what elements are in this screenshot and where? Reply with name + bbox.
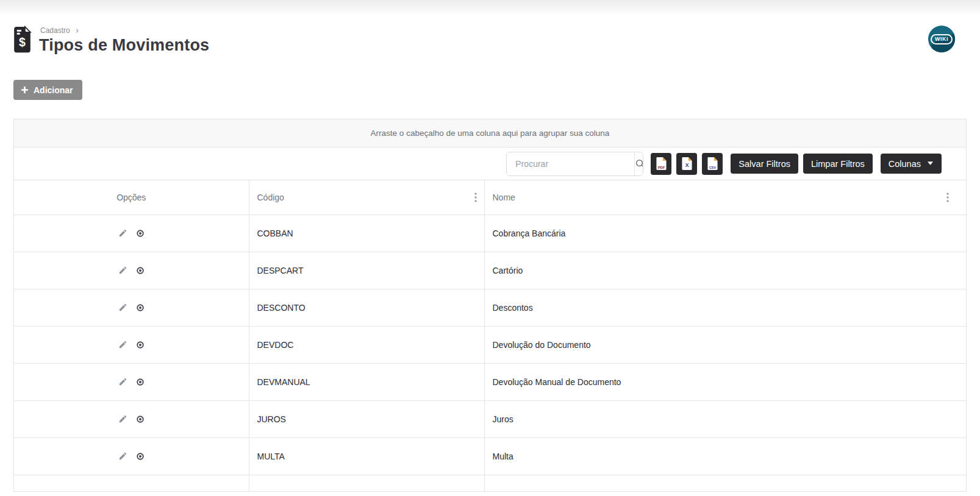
pdf-file-icon: PDF — [656, 157, 667, 171]
search-button[interactable] — [634, 152, 643, 175]
view-eye-icon[interactable] — [136, 378, 145, 386]
edit-pencil-icon[interactable] — [118, 303, 127, 312]
wiki-button[interactable]: WIKI — [928, 26, 955, 52]
svg-text:PDF: PDF — [657, 166, 665, 169]
columns-button[interactable]: Colunas — [881, 154, 942, 174]
chevron-right-icon — [74, 28, 80, 34]
row-name: Devolução Manual de Documento — [484, 363, 967, 400]
row-code: MULTA — [249, 438, 484, 475]
edit-pencil-icon[interactable] — [118, 266, 127, 275]
caret-down-icon — [927, 161, 934, 166]
column-header-nome[interactable]: Nome — [484, 180, 967, 214]
table-row-partial — [14, 475, 967, 491]
breadcrumb-cadastro[interactable]: Cadastro — [40, 26, 70, 35]
export-csv-button[interactable]: CSV — [702, 153, 723, 175]
view-eye-icon[interactable] — [136, 303, 145, 312]
row-options — [14, 229, 249, 238]
excel-file-icon: X — [681, 157, 693, 171]
edit-pencil-icon[interactable] — [118, 414, 127, 423]
request-quote-icon: $ — [10, 25, 34, 54]
add-button-label: Adicionar — [34, 85, 73, 95]
view-eye-icon[interactable] — [136, 415, 145, 423]
row-name: Descontos — [484, 289, 967, 326]
group-drop-zone[interactable]: Arraste o cabeçalho de uma coluna aqui p… — [14, 119, 966, 147]
svg-text:CSV: CSV — [709, 166, 716, 169]
edit-pencil-icon[interactable] — [118, 452, 127, 461]
row-options — [14, 266, 249, 275]
table-row: DESPCART Cartório — [14, 252, 967, 289]
plus-icon — [21, 86, 29, 94]
view-eye-icon[interactable] — [136, 452, 145, 461]
row-code: DEVMANUAL — [249, 363, 484, 400]
clear-filters-button[interactable]: Limpar Filtros — [803, 154, 873, 174]
table-row: MULTA Multa — [14, 438, 967, 475]
row-options — [14, 414, 249, 423]
row-code: DESPCART — [249, 252, 484, 289]
row-name: Cartório — [484, 252, 967, 289]
save-filters-button[interactable]: Salvar Filtros — [731, 154, 798, 174]
search-icon — [635, 158, 643, 169]
nome-column-menu-icon[interactable] — [946, 193, 949, 202]
row-options — [14, 377, 249, 386]
wiki-label: WIKI — [931, 34, 953, 44]
export-excel-button[interactable]: X — [676, 153, 697, 175]
group-hint-text: Arraste o cabeçalho de uma coluna aqui p… — [371, 129, 610, 138]
export-pdf-button[interactable]: PDF — [651, 153, 671, 175]
columns-label: Colunas — [889, 159, 921, 169]
edit-pencil-icon[interactable] — [118, 340, 127, 349]
save-filters-label: Salvar Filtros — [739, 159, 790, 169]
row-code: DESCONTO — [249, 289, 484, 326]
svg-text:$: $ — [19, 35, 26, 49]
edit-pencil-icon[interactable] — [118, 377, 127, 386]
table-header-row: Opções Código Nome — [14, 180, 967, 214]
view-eye-icon[interactable] — [136, 266, 145, 275]
table-row: DESCONTO Descontos — [14, 289, 967, 326]
breadcrumb: Cadastro — [40, 26, 80, 35]
row-name: Devolução do Documento — [484, 326, 967, 363]
csv-file-icon: CSV — [707, 157, 718, 171]
grid-panel: Arraste o cabeçalho de uma coluna aqui p… — [13, 119, 967, 492]
column-header-opcoes[interactable]: Opções — [14, 180, 249, 214]
page-title: Tipos de Movimentos — [39, 36, 209, 55]
row-options — [14, 303, 249, 312]
row-code: DEVDOC — [249, 326, 484, 363]
row-code: JUROS — [249, 400, 484, 438]
edit-pencil-icon[interactable] — [118, 229, 127, 238]
table-row: DEVDOC Devolução do Documento — [14, 326, 967, 363]
row-code: COBBAN — [249, 214, 484, 252]
column-header-codigo[interactable]: Código — [249, 180, 484, 214]
search-box — [506, 152, 643, 176]
table-row: COBBAN Cobrança Bancária — [14, 214, 967, 252]
clear-filters-label: Limpar Filtros — [811, 159, 865, 169]
row-name: Multa — [484, 438, 967, 475]
row-name: Cobrança Bancária — [484, 214, 967, 252]
search-input[interactable] — [507, 152, 634, 175]
codigo-column-menu-icon[interactable] — [474, 193, 477, 202]
row-options — [14, 340, 249, 349]
view-eye-icon[interactable] — [136, 229, 145, 238]
row-name: Juros — [484, 400, 967, 438]
add-button[interactable]: Adicionar — [13, 80, 82, 100]
table-row: JUROS Juros — [14, 400, 967, 438]
data-table: Opções Código Nome — [14, 180, 967, 491]
table-row: DEVMANUAL Devolução Manual de Documento — [14, 363, 967, 400]
svg-text:X: X — [685, 162, 689, 168]
view-eye-icon[interactable] — [136, 341, 145, 349]
page: $ Cadastro Tipos de Movimentos WIKI Adic… — [0, 0, 980, 496]
grid-toolbar: PDF X CSV Salvar Filtros — [14, 147, 966, 180]
row-options — [14, 452, 249, 461]
top-shadow — [0, 0, 980, 16]
